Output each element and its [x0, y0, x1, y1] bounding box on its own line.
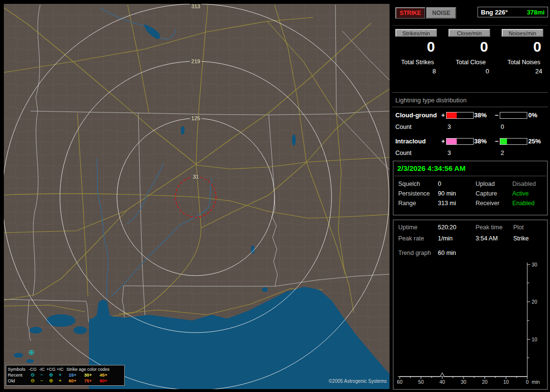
ncg-recent-icon: ⊖ — [28, 372, 37, 378]
x-axis-unit: min — [532, 379, 540, 385]
legend-row-old-label: Old — [8, 378, 28, 384]
cloud-ground-label: Cloud-ground — [395, 112, 437, 119]
noises-per-min-label: Noises/min — [502, 29, 543, 37]
cg-minus-bar — [500, 112, 527, 119]
persistence-value: 90 min — [438, 190, 456, 197]
trend-groupbox: Uptime 520:20 Peak time Plot Peak rate 1… — [393, 220, 548, 390]
map-svg: 313 219 125 31 — [4, 4, 390, 389]
legend-col-pcg: +CG — [46, 366, 56, 372]
y-tick-20: 20 — [532, 299, 537, 305]
trend-series-strike — [400, 373, 527, 377]
ring-label-31: 31 — [193, 174, 199, 180]
range-label: Range — [398, 200, 416, 207]
lightning-map[interactable]: 313 219 125 31 Symbols -CG -IC +CG +IC S… — [4, 4, 390, 389]
ring-label-219: 219 — [191, 58, 200, 64]
minus-sign: − — [495, 112, 499, 119]
x-tick-60: 60 — [397, 379, 403, 385]
range-value: 313 mi — [438, 200, 456, 207]
count-label: Count — [395, 124, 411, 130]
cg-minus-count: 0 — [501, 124, 504, 130]
total-noises-value: 24 — [501, 68, 547, 75]
bearing-label: Bng 226° — [481, 9, 508, 16]
upload-label: Upload — [476, 181, 495, 187]
count-label: Count — [395, 150, 411, 156]
peak-time-value: 3:54 AM — [476, 235, 498, 242]
datetime-display: 2/3/2026 4:34:56 AM — [397, 164, 465, 172]
bearing-range: 378mi — [527, 9, 545, 16]
ncg-old-icon: ⊖ — [28, 378, 37, 384]
divider — [392, 25, 548, 26]
x-tick-50: 50 — [418, 379, 424, 385]
legend-col-ncg: -CG — [28, 366, 37, 372]
receiver-status: Enabled — [512, 200, 535, 207]
age-90: 90+ — [96, 378, 111, 384]
peak-rate-value: 1/min — [438, 235, 453, 242]
receiver-label: Receiver — [476, 200, 499, 207]
strikes-counter-column: Strikes/min 0 Total Strikes 8 — [394, 29, 441, 75]
minus-sign: − — [495, 138, 499, 145]
age-60: 60+ — [65, 378, 80, 384]
pcg-recent-icon: ⊕ — [46, 372, 56, 378]
status-sidebar: STRIKE NOISE Bng 226° 378mi Strikes/min … — [391, 0, 550, 392]
ic-minus-count: 2 — [501, 150, 504, 156]
ic-minus-pct: 25% — [528, 138, 541, 145]
age-15: 15+ — [65, 372, 80, 378]
uptime-label: Uptime — [398, 224, 418, 231]
distribution-title: Lightning type distribution — [395, 97, 466, 104]
strike-symbol-pcg — [29, 350, 34, 355]
ic-plus-pct: 38% — [474, 138, 487, 145]
uptime-value: 520:20 — [438, 224, 456, 231]
persistence-label: Persistence — [398, 190, 430, 197]
squelch-value: 0 — [438, 181, 441, 187]
close-counter-column: Close/min 0 Total Close 0 — [448, 29, 494, 75]
close-per-min-value: 0 — [448, 39, 494, 55]
trend-graph-value: 60 min — [438, 250, 456, 256]
squelch-label: Squelch — [398, 181, 420, 187]
trend-chart: 60 50 40 30 20 10 0 min 30 20 10 — [395, 259, 545, 388]
y-tick-30: 30 — [532, 262, 537, 267]
divider — [392, 92, 548, 93]
strike-indicator-button[interactable]: STRIKE — [395, 7, 425, 19]
ic-minus-bar — [500, 138, 527, 145]
capture-label: Capture — [476, 190, 497, 197]
total-strikes-label: Total Strikes — [394, 59, 441, 66]
plus-sign: + — [441, 138, 445, 145]
ic-minus-bar-fill — [500, 139, 507, 144]
peak-time-label: Peak time — [476, 224, 503, 231]
x-tick-20: 20 — [482, 379, 488, 385]
age-45: 45+ — [96, 372, 111, 378]
legend-symbols-header: Symbols — [8, 366, 28, 372]
plot-label: Plot — [513, 224, 524, 231]
total-strikes-value: 8 — [394, 68, 441, 75]
divider — [394, 176, 546, 176]
ring-label-313: 313 — [191, 4, 200, 9]
bearing-panel: Bng 226° 378mi — [478, 7, 548, 17]
ic-plus-bar-fill — [447, 139, 457, 144]
pic-old-icon: + — [56, 378, 65, 384]
upload-status: Disabled — [512, 181, 536, 187]
intracloud-label: Intracloud — [395, 138, 426, 145]
noise-indicator-button[interactable]: NOISE — [426, 7, 456, 19]
noises-per-min-value: 0 — [501, 39, 547, 55]
plus-sign: + — [441, 112, 445, 119]
legend-row-recent-label: Recent — [8, 372, 28, 378]
map-legend: Symbols -CG -IC +CG +IC Strike age color… — [6, 365, 125, 386]
nic-recent-icon: − — [37, 372, 46, 378]
ic-plus-bar — [446, 138, 474, 145]
strikes-per-min-label: Strikes/min — [395, 29, 437, 37]
x-tick-30: 30 — [461, 379, 466, 385]
copyright-text: ©2005 Astrogenic Systems — [329, 378, 387, 384]
legend-col-pic: +IC — [56, 366, 65, 372]
legend-col-nic: -IC — [37, 366, 46, 372]
x-tick-0: 0 — [526, 379, 529, 385]
age-30: 30+ — [80, 372, 96, 378]
pic-recent-icon: + — [56, 372, 65, 378]
pcg-old-icon: ⊕ — [46, 378, 56, 384]
ic-plus-count: 3 — [448, 150, 451, 156]
cg-plus-bar — [446, 112, 474, 119]
cg-plus-count: 3 — [448, 124, 451, 130]
nic-old-icon: − — [37, 378, 46, 384]
nexstorm-app: { "map": { "ring_labels": ["313", "219",… — [0, 0, 550, 392]
age-75: 75+ — [80, 378, 96, 384]
strikes-per-min-value: 0 — [394, 39, 441, 55]
